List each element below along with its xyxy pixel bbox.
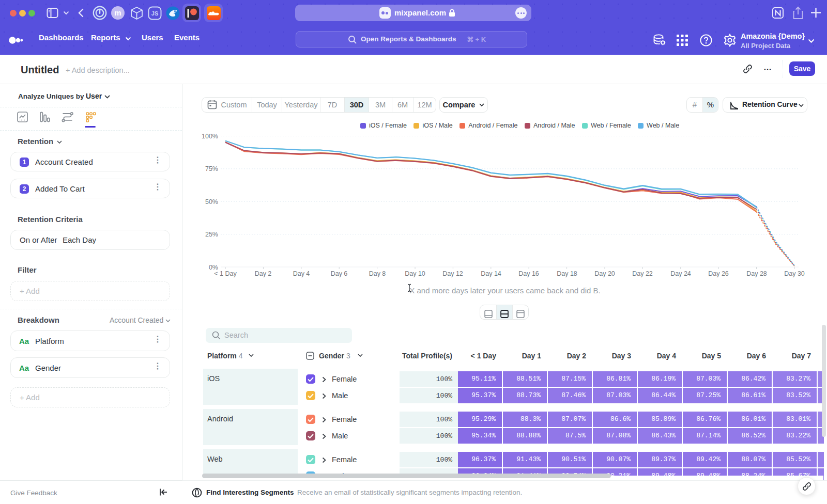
svg-text:JS: JS [151,10,158,17]
svg-text:< 1 Day: < 1 Day [214,270,237,277]
svg-text:25%: 25% [205,231,218,238]
svg-text:Day 28: Day 28 [746,270,767,277]
svg-text:Day 14: Day 14 [481,270,501,277]
svg-text:Day 8: Day 8 [369,270,386,277]
svg-text:75%: 75% [205,165,218,172]
svg-text:Day 12: Day 12 [442,270,463,277]
svg-text:Day 30: Day 30 [784,270,805,277]
svg-text:Day 22: Day 22 [632,270,653,277]
svg-text:Day 4: Day 4 [293,270,310,277]
svg-text:Day 24: Day 24 [670,270,691,277]
svg-text:Day 6: Day 6 [331,270,348,277]
svg-text:Day 26: Day 26 [708,270,729,277]
svg-text:Day 2: Day 2 [255,270,272,277]
svg-text:Day 18: Day 18 [557,270,577,277]
svg-text:Day 16: Day 16 [518,270,539,277]
svg-text:100%: 100% [202,133,218,140]
svg-text:Day 10: Day 10 [405,270,425,277]
svg-text:50%: 50% [205,198,218,206]
svg-text:Day 20: Day 20 [594,270,615,277]
